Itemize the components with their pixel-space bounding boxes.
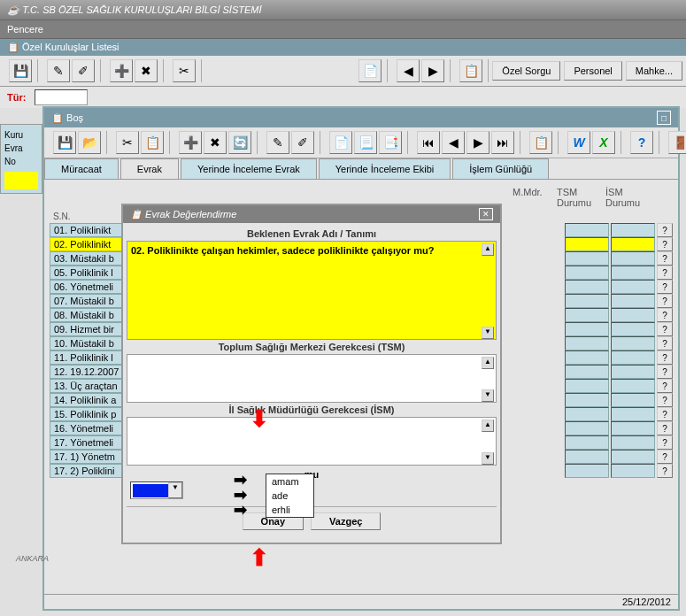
- row-dropdown[interactable]: [565, 251, 609, 266]
- doc-icon[interactable]: 📄: [358, 59, 382, 82]
- row-dropdown[interactable]: [565, 464, 609, 478]
- left-yellow-box[interactable]: [4, 172, 38, 189]
- row-dropdown[interactable]: [611, 294, 655, 308]
- tab-muracaat[interactable]: Müracaat: [44, 158, 119, 179]
- help-icon[interactable]: ?: [657, 336, 673, 350]
- help-icon[interactable]: ?: [657, 365, 673, 379]
- row-dropdown[interactable]: [611, 350, 655, 365]
- row-dropdown[interactable]: [565, 336, 609, 350]
- prev-icon[interactable]: ◀: [397, 59, 420, 82]
- row-dropdown[interactable]: [565, 379, 609, 393]
- personel-button[interactable]: Personel: [564, 61, 621, 81]
- row-dropdown[interactable]: [611, 421, 655, 435]
- row-dropdown[interactable]: [611, 322, 655, 336]
- help-icon[interactable]: ?: [657, 464, 673, 478]
- row-dropdown[interactable]: [611, 336, 655, 350]
- refresh-icon[interactable]: 🔄: [228, 131, 251, 154]
- row-dropdown[interactable]: [565, 350, 609, 365]
- help-icon[interactable]: ?: [657, 223, 673, 237]
- help-icon[interactable]: ?: [657, 379, 673, 393]
- edit-icon[interactable]: ✐: [291, 131, 314, 154]
- row-dropdown[interactable]: [611, 280, 655, 294]
- chevron-down-icon[interactable]: ▼: [168, 482, 182, 498]
- cut-icon[interactable]: ✂: [116, 131, 139, 154]
- row-dropdown[interactable]: [611, 464, 655, 478]
- last-icon[interactable]: ⏭: [491, 131, 514, 154]
- w-icon[interactable]: W: [567, 131, 590, 154]
- row-dropdown[interactable]: [611, 393, 655, 407]
- row-dropdown[interactable]: [565, 237, 609, 251]
- dropdown-option-tamam[interactable]: amam: [266, 474, 313, 489]
- next-icon[interactable]: ▶: [421, 59, 444, 82]
- help-icon[interactable]: ?: [630, 131, 653, 154]
- scroll-down-icon[interactable]: ▼: [482, 389, 494, 402]
- save-icon[interactable]: 💾: [9, 59, 32, 82]
- help-icon[interactable]: ?: [657, 308, 673, 322]
- row-dropdown[interactable]: [611, 407, 655, 421]
- menu-pencere[interactable]: Pencere: [7, 24, 43, 35]
- row-dropdown[interactable]: [565, 450, 609, 464]
- row-dropdown[interactable]: [565, 365, 609, 379]
- help-icon[interactable]: ?: [657, 421, 673, 435]
- delete-icon[interactable]: ✖: [135, 59, 158, 82]
- row-dropdown[interactable]: [611, 223, 655, 237]
- ozel-sorgu-button[interactable]: Özel Sorgu: [492, 61, 560, 81]
- row-dropdown[interactable]: [565, 435, 609, 450]
- row-dropdown[interactable]: [565, 308, 609, 322]
- scroll-down-icon[interactable]: ▼: [482, 452, 494, 465]
- row-dropdown[interactable]: [565, 223, 609, 237]
- add-icon[interactable]: ➕: [179, 131, 202, 154]
- add-icon[interactable]: ➕: [110, 59, 133, 82]
- row-dropdown[interactable]: [611, 308, 655, 322]
- row-dropdown[interactable]: [565, 294, 609, 308]
- copy-icon[interactable]: 📋: [459, 59, 482, 82]
- help-icon[interactable]: ?: [657, 251, 673, 266]
- help-icon[interactable]: ?: [657, 280, 673, 294]
- prev-icon[interactable]: ◀: [442, 131, 465, 154]
- delete-icon[interactable]: ✖: [204, 131, 227, 154]
- first-icon[interactable]: ⏮: [417, 131, 440, 154]
- help-icon[interactable]: ?: [657, 350, 673, 365]
- doc2-icon[interactable]: 📃: [354, 131, 377, 154]
- tab-evrak[interactable]: Evrak: [120, 158, 179, 179]
- help-icon[interactable]: ?: [657, 266, 673, 280]
- x-icon[interactable]: X: [592, 131, 615, 154]
- save-icon[interactable]: 💾: [53, 131, 76, 154]
- row-dropdown[interactable]: [611, 251, 655, 266]
- open-icon[interactable]: 📂: [78, 131, 101, 154]
- dropdown-option-iade[interactable]: ade: [266, 489, 313, 503]
- row-dropdown[interactable]: [565, 266, 609, 280]
- exit-icon[interactable]: 🚪: [668, 131, 686, 154]
- scroll-up-icon[interactable]: ▲: [482, 243, 494, 256]
- durum-select[interactable]: ▼: [130, 481, 183, 499]
- pencil-icon[interactable]: ✎: [266, 131, 289, 154]
- vazgec-button[interactable]: Vazgeç: [311, 512, 381, 530]
- help-icon[interactable]: ?: [657, 294, 673, 308]
- doc3-icon[interactable]: 📑: [379, 131, 402, 154]
- help-icon[interactable]: ?: [657, 435, 673, 450]
- tab-islem-gunlugu[interactable]: İşlem Günlüğü: [452, 158, 549, 179]
- help-icon[interactable]: ?: [657, 407, 673, 421]
- help-icon[interactable]: ?: [657, 393, 673, 407]
- pencil-icon[interactable]: ✎: [47, 59, 70, 82]
- row-dropdown[interactable]: [565, 421, 609, 435]
- row-dropdown[interactable]: [565, 322, 609, 336]
- row-dropdown[interactable]: [611, 365, 655, 379]
- row-dropdown[interactable]: [565, 280, 609, 294]
- maximize-button[interactable]: □: [657, 111, 671, 125]
- scroll-down-icon[interactable]: ▼: [482, 327, 494, 339]
- scroll-up-icon[interactable]: ▲: [482, 420, 494, 432]
- tab-yerinde-ekibi[interactable]: Yerinde İnceleme Ekibi: [319, 158, 451, 179]
- row-dropdown[interactable]: [611, 450, 655, 464]
- row-dropdown[interactable]: [565, 407, 609, 421]
- tur-input[interactable]: [35, 89, 88, 105]
- ism-box[interactable]: ▲ ▼: [127, 417, 497, 466]
- tab-yerinde-evrak[interactable]: Yerinde İnceleme Evrak: [181, 158, 317, 179]
- help-icon[interactable]: ?: [657, 322, 673, 336]
- dialog-close-button[interactable]: ✕: [479, 208, 493, 220]
- row-dropdown[interactable]: [565, 393, 609, 407]
- row-dropdown[interactable]: [611, 237, 655, 251]
- next-icon[interactable]: ▶: [466, 131, 489, 154]
- help-icon[interactable]: ?: [657, 237, 673, 251]
- copy-icon[interactable]: 📋: [141, 131, 164, 154]
